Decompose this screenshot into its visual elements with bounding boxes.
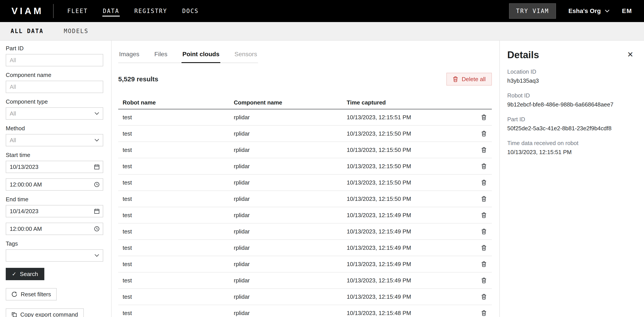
delete-row-button[interactable]	[480, 162, 488, 170]
table-row[interactable]: test rplidar 10/13/2023, 12:15:49 PM	[118, 289, 492, 305]
filters-sidebar: Part ID Component name Component type Al…	[0, 40, 112, 317]
delete-row-button[interactable]	[480, 309, 488, 317]
cell-robot-name: test	[122, 147, 234, 153]
delete-row-button[interactable]	[480, 260, 488, 268]
cell-component-name: rplidar	[234, 130, 347, 137]
nav-docs[interactable]: DOCS	[182, 5, 199, 16]
details-field-label: Part ID	[507, 116, 634, 123]
delete-row-button[interactable]	[480, 113, 488, 121]
delete-row-button[interactable]	[480, 211, 488, 219]
user-menu[interactable]: EM	[622, 7, 632, 14]
end-time-label: End time	[6, 196, 103, 203]
tab-images[interactable]: Images	[118, 48, 140, 63]
tab-files[interactable]: Files	[154, 48, 168, 63]
details-field: Location ID h3yb135aq3	[507, 68, 634, 84]
details-field-value: h3yb135aq3	[507, 77, 634, 84]
column-robot-name: Robot name	[122, 99, 234, 106]
table-row[interactable]: test rplidar 10/13/2023, 12:15:49 PM	[118, 224, 492, 240]
tab-point-clouds[interactable]: Point clouds	[182, 48, 220, 63]
cell-component-name: rplidar	[234, 310, 347, 317]
nav-fleet[interactable]: FLEET	[67, 5, 88, 16]
cell-time-captured: 10/13/2023, 12:15:50 PM	[347, 179, 476, 186]
trash-icon	[452, 76, 458, 82]
cell-time-captured: 10/13/2023, 12:15:50 PM	[347, 147, 476, 153]
column-component-name: Component name	[234, 99, 347, 106]
results-main: Images Files Point clouds Sensors 5,529 …	[112, 40, 499, 317]
cell-robot-name: test	[122, 261, 234, 268]
method-select[interactable]: All	[6, 134, 103, 146]
details-fields: Location ID h3yb135aq3 Robot ID 9b12ebcf…	[507, 68, 634, 156]
cell-time-captured: 10/13/2023, 12:15:49 PM	[347, 212, 476, 219]
cell-time-captured: 10/13/2023, 12:15:49 PM	[347, 261, 476, 268]
try-viam-button[interactable]: TRY VIAM	[509, 3, 556, 19]
table-row[interactable]: test rplidar 10/13/2023, 12:15:50 PM	[118, 126, 492, 142]
start-time-input[interactable]	[6, 178, 103, 191]
results-count: 5,529 results	[118, 75, 158, 83]
reset-filters-button[interactable]: Reset filters	[6, 288, 57, 301]
delete-row-button[interactable]	[480, 130, 488, 138]
start-time-label: Start time	[6, 152, 103, 158]
search-button[interactable]: ✓ Search	[6, 268, 44, 280]
details-field-value: 10/13/2023, 12:15:51 PM	[507, 149, 634, 156]
table-row[interactable]: test rplidar 10/13/2023, 12:15:49 PM	[118, 256, 492, 273]
component-name-label: Component name	[6, 72, 103, 78]
part-id-input[interactable]	[6, 54, 103, 66]
calendar-icon[interactable]	[94, 164, 100, 170]
cell-component-name: rplidar	[234, 114, 347, 121]
end-time-input[interactable]	[6, 223, 103, 235]
details-field: Time data received on robot 10/13/2023, …	[507, 140, 634, 156]
topnav-right: TRY VIAM Esha's Org EM	[509, 3, 632, 19]
delete-row-button[interactable]	[480, 244, 488, 252]
table-row[interactable]: test rplidar 10/13/2023, 12:15:50 PM	[118, 142, 492, 158]
cell-component-name: rplidar	[234, 245, 347, 251]
clock-icon[interactable]	[94, 226, 100, 232]
calendar-icon[interactable]	[94, 208, 100, 214]
tab-models[interactable]: MODELS	[64, 28, 88, 34]
close-icon[interactable]: ✕	[626, 49, 634, 59]
delete-row-button[interactable]	[480, 277, 488, 284]
cell-component-name: rplidar	[234, 196, 347, 202]
end-date-input[interactable]	[6, 205, 103, 217]
clock-icon[interactable]	[94, 182, 100, 187]
primary-nav: FLEET DATA REGISTRY DOCS	[67, 5, 199, 16]
tab-all-data[interactable]: ALL DATA	[10, 28, 44, 34]
cell-component-name: rplidar	[234, 294, 347, 300]
reset-filters-label: Reset filters	[21, 291, 51, 298]
delete-row-button[interactable]	[480, 228, 488, 235]
nav-registry[interactable]: REGISTRY	[134, 5, 168, 16]
table-row[interactable]: test rplidar 10/13/2023, 12:15:49 PM	[118, 273, 492, 289]
tags-select[interactable]	[6, 249, 103, 262]
nav-data[interactable]: DATA	[102, 5, 120, 16]
start-date-input[interactable]	[6, 161, 103, 173]
details-field: Robot ID 9b12ebcf-bfe8-486e-988b-6a66864…	[507, 92, 634, 108]
cell-robot-name: test	[122, 114, 234, 121]
table-row[interactable]: test rplidar 10/13/2023, 12:15:48 PM	[118, 305, 492, 317]
copy-export-button[interactable]: Copy export command	[6, 309, 84, 317]
delete-row-button[interactable]	[480, 195, 488, 203]
cell-component-name: rplidar	[234, 147, 347, 153]
table-row[interactable]: test rplidar 10/13/2023, 12:15:50 PM	[118, 158, 492, 175]
table-row[interactable]: test rplidar 10/13/2023, 12:15:50 PM	[118, 191, 492, 207]
cell-robot-name: test	[122, 130, 234, 137]
results-table-body: test rplidar 10/13/2023, 12:15:51 PM tes…	[118, 109, 492, 317]
component-type-select[interactable]: All	[6, 107, 103, 120]
cell-robot-name: test	[122, 228, 234, 235]
trash-icon	[481, 147, 487, 153]
table-row[interactable]: test rplidar 10/13/2023, 12:15:49 PM	[118, 240, 492, 256]
copy-icon	[12, 312, 17, 317]
delete-all-label: Delete all	[462, 76, 486, 83]
data-type-tabs: Images Files Point clouds Sensors	[118, 48, 258, 63]
table-row[interactable]: test rplidar 10/13/2023, 12:15:49 PM	[118, 207, 492, 224]
delete-row-button[interactable]	[480, 179, 488, 187]
viam-logo[interactable]: VIAM	[12, 6, 44, 16]
delete-row-button[interactable]	[480, 293, 488, 301]
tab-sensors[interactable]: Sensors	[234, 48, 258, 63]
trash-icon	[481, 261, 487, 267]
delete-all-button[interactable]: Delete all	[446, 73, 492, 85]
part-id-label: Part ID	[6, 45, 103, 52]
delete-row-button[interactable]	[480, 146, 488, 154]
table-row[interactable]: test rplidar 10/13/2023, 12:15:51 PM	[118, 109, 492, 126]
org-selector[interactable]: Esha's Org	[568, 7, 610, 14]
component-name-input[interactable]	[6, 81, 103, 93]
table-row[interactable]: test rplidar 10/13/2023, 12:15:50 PM	[118, 175, 492, 191]
